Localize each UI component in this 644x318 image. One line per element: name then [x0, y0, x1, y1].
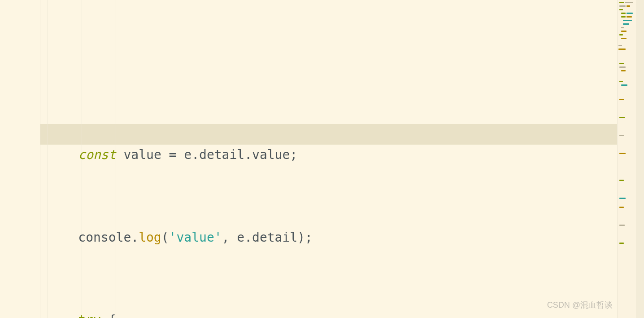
- code-line: console.log('value', e.detail);: [40, 227, 617, 248]
- code-editor[interactable]: const value = e.detail.value; console.lo…: [0, 0, 644, 318]
- code-line: const value = e.detail.value;: [40, 145, 617, 165]
- keyword-const: const: [78, 147, 116, 162]
- minimap[interactable]: [617, 0, 636, 318]
- code-area[interactable]: const value = e.detail.value; console.lo…: [40, 0, 617, 318]
- active-line-highlight: [40, 124, 617, 145]
- vertical-scrollbar[interactable]: [636, 0, 644, 318]
- watermark: CSDN @混血哲谈: [547, 295, 613, 315]
- code-line: try {: [40, 310, 617, 318]
- keyword-try: try: [78, 313, 101, 318]
- gutter: [0, 0, 40, 318]
